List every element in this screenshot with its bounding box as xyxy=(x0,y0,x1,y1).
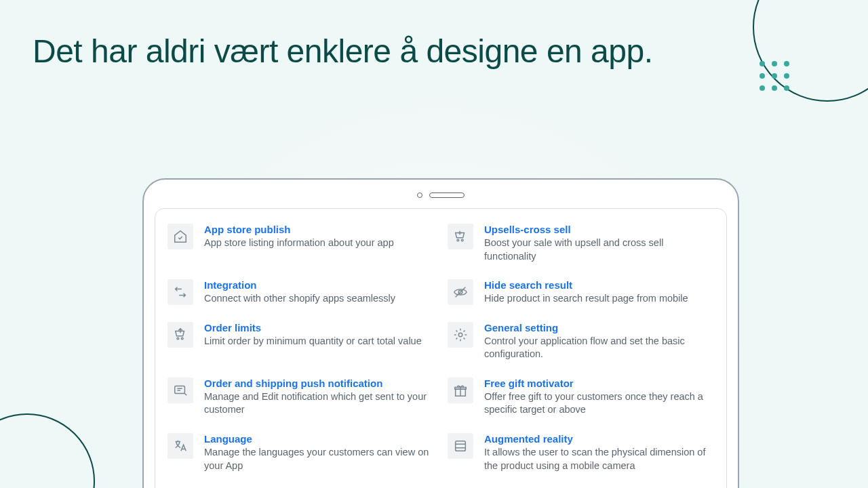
svg-point-5 xyxy=(458,333,462,337)
feature-order-limits[interactable]: Order limits Limit order by minimum quan… xyxy=(167,322,434,361)
feature-title: Order limits xyxy=(204,322,434,333)
cart-limit-icon xyxy=(167,322,193,348)
eye-off-icon xyxy=(448,279,473,305)
feature-upsells-cross-sell[interactable]: Upsells-cross sell Boost your sale with … xyxy=(448,224,714,263)
feature-app-store-publish[interactable]: App store publish App store listing info… xyxy=(167,224,434,263)
feature-title: Order and shipping push notification xyxy=(204,378,434,389)
feature-order-shipping-notification[interactable]: Order and shipping push notification Man… xyxy=(167,378,434,417)
cart-plus-icon xyxy=(448,224,473,249)
decorative-circle-bottom xyxy=(0,413,95,488)
features-grid: App store publish App store listing info… xyxy=(167,224,714,472)
house-check-icon xyxy=(167,224,193,249)
feature-language[interactable]: Language Manage the languages your custo… xyxy=(167,433,434,472)
svg-point-1 xyxy=(461,239,463,241)
language-icon xyxy=(167,433,193,459)
dots-decoration xyxy=(760,61,789,91)
feature-title: Language xyxy=(204,433,434,445)
feature-desc: Control your application flow and set th… xyxy=(484,335,714,361)
feature-desc: Limit order by minimum quantity or cart … xyxy=(204,335,434,348)
feature-title: Free gift motivator xyxy=(484,378,714,389)
feature-desc: Manage and Edit notification which get s… xyxy=(204,390,434,417)
feature-title: Upsells-cross sell xyxy=(484,224,714,235)
feature-title: Hide search result xyxy=(484,279,714,291)
gift-icon xyxy=(448,378,473,403)
integration-icon xyxy=(167,279,193,305)
tablet-screen: App store publish App store listing info… xyxy=(155,208,727,488)
tablet-frame: App store publish App store listing info… xyxy=(142,178,739,488)
feature-integration[interactable]: Integration Connect with other shopify a… xyxy=(167,279,434,306)
feature-desc: Offer free gift to your customers once t… xyxy=(484,390,714,417)
svg-point-3 xyxy=(177,338,179,340)
ar-scan-icon xyxy=(448,433,473,459)
feature-augmented-reality[interactable]: Augmented reality It allows the user to … xyxy=(448,433,714,472)
feature-title: General setting xyxy=(484,322,714,333)
feature-free-gift-motivator[interactable]: Free gift motivator Offer free gift to y… xyxy=(448,378,714,417)
feature-desc: Boost your sale with upsell and cross se… xyxy=(484,237,714,263)
gear-icon xyxy=(448,322,473,348)
svg-rect-6 xyxy=(175,386,185,393)
tablet-camera-icon xyxy=(417,192,422,198)
svg-point-0 xyxy=(457,239,459,241)
notification-icon xyxy=(167,378,193,403)
tablet-top-bar xyxy=(155,189,727,201)
feature-desc: Hide product in search result page from … xyxy=(484,292,714,306)
feature-title: Integration xyxy=(204,279,434,291)
feature-hide-search-result[interactable]: Hide search result Hide product in searc… xyxy=(448,279,714,306)
feature-title: Augmented reality xyxy=(484,433,714,445)
hero-title: Det har aldri vært enklere å designe en … xyxy=(33,33,653,70)
feature-desc: Connect with other shopify apps seamless… xyxy=(204,292,434,306)
svg-point-4 xyxy=(181,338,183,340)
feature-general-setting[interactable]: General setting Control your application… xyxy=(448,322,714,361)
tablet-speaker-icon xyxy=(429,192,465,198)
feature-desc: App store listing information about your… xyxy=(204,237,434,250)
feature-title: App store publish xyxy=(204,224,434,235)
svg-rect-9 xyxy=(456,441,466,451)
feature-desc: Manage the languages your customers can … xyxy=(204,446,434,472)
feature-desc: It allows the user to scan the physical … xyxy=(484,446,714,472)
